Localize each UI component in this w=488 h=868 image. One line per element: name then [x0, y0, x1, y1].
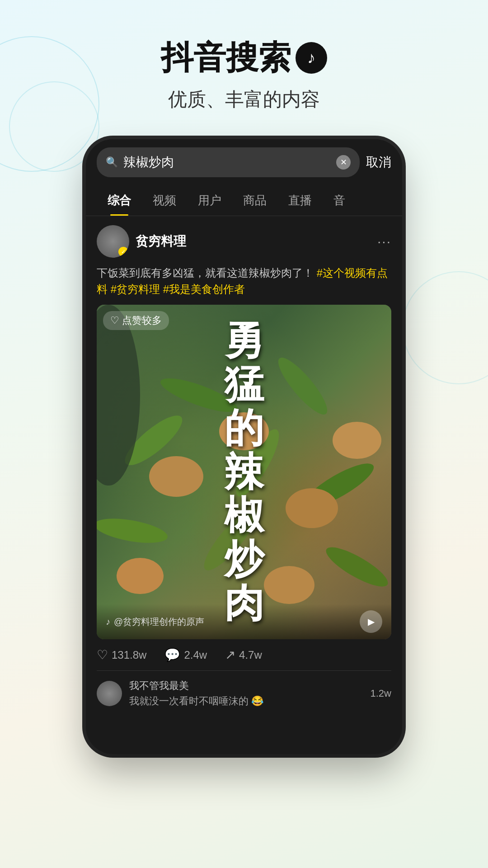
search-content: ✓ 贫穷料理 ··· 下饭菜到底有多凶猛，就看这道辣椒炒肉了！ #这个视频有点料…	[86, 216, 402, 725]
share-icon: ↗	[225, 647, 235, 662]
commenter-avatar	[97, 681, 122, 706]
comment-like-count: 1.2w	[371, 688, 391, 699]
svg-point-10	[286, 488, 338, 528]
comment-count: 2.4w	[184, 649, 207, 661]
more-options-icon[interactable]: ···	[377, 234, 391, 249]
author-avatar: ✓	[97, 225, 129, 258]
svg-point-5	[97, 514, 169, 547]
video-title-overlay: 勇猛的辣椒炒肉	[215, 310, 273, 634]
comment-content: 我不管我最美 我就没一次看时不咽唾沫的 😂	[129, 679, 363, 708]
like-badge: ♡ 点赞较多	[103, 311, 169, 330]
like-count: 131.8w	[112, 649, 146, 661]
search-cancel-button[interactable]: 取消	[366, 154, 391, 171]
search-clear-button[interactable]: ✕	[336, 155, 351, 170]
commenter-name: 我不管我最美	[129, 679, 363, 693]
search-input-wrap[interactable]: 🔍 辣椒炒肉 ✕	[97, 147, 360, 177]
header: 抖音搜索 ♪ 优质、丰富的内容	[0, 0, 488, 112]
search-bar: 🔍 辣椒炒肉 ✕ 取消	[86, 139, 402, 185]
header-subtitle: 优质、丰富的内容	[0, 87, 488, 112]
video-thumbnail[interactable]: ♡ 点赞较多	[97, 305, 391, 639]
like-badge-text: 点赞较多	[122, 314, 162, 327]
logo-symbol: ♪	[307, 48, 315, 67]
post-description: 下饭菜到底有多凶猛，就看这道辣椒炒肉了！ #这个视频有点料 #贫穷料理 #我是美…	[97, 265, 391, 297]
phone-wrapper: 🔍 辣椒炒肉 ✕ 取消 综合 视频 用户 商品 直播 音	[0, 139, 488, 754]
author-name[interactable]: 贫穷料理	[136, 233, 371, 250]
tab-音[interactable]: 音	[323, 185, 356, 216]
tab-视频[interactable]: 视频	[142, 185, 187, 216]
author-row: ✓ 贫穷料理 ···	[97, 225, 391, 258]
stat-likes[interactable]: ♡ 131.8w	[97, 647, 146, 662]
stat-comments[interactable]: 💬 2.4w	[164, 647, 207, 662]
desc-text: 下饭菜到底有多凶猛，就看这道辣椒炒肉了！	[97, 267, 314, 279]
heart-icon: ♡	[110, 315, 119, 326]
tiktok-logo-icon: ♪	[296, 42, 327, 74]
phone-mockup: 🔍 辣椒炒肉 ✕ 取消 综合 视频 用户 商品 直播 音	[86, 139, 402, 754]
search-tabs: 综合 视频 用户 商品 直播 音	[86, 185, 402, 216]
search-icon: 🔍	[106, 156, 118, 168]
like-icon: ♡	[97, 647, 108, 662]
tab-综合[interactable]: 综合	[97, 185, 142, 216]
stats-row: ♡ 131.8w 💬 2.4w ↗ 4.7w	[97, 639, 391, 671]
svg-point-13	[333, 422, 381, 459]
share-count: 4.7w	[239, 649, 262, 661]
svg-point-7	[321, 541, 391, 593]
svg-point-3	[272, 352, 334, 420]
video-background: 勇猛的辣椒炒肉	[97, 305, 391, 639]
svg-point-11	[117, 558, 164, 594]
tab-商品[interactable]: 商品	[232, 185, 277, 216]
stat-shares[interactable]: ↗ 4.7w	[225, 647, 262, 662]
search-query: 辣椒炒肉	[123, 154, 331, 171]
comment-text: 我就没一次看时不咽唾沫的 😂	[129, 694, 363, 708]
verified-badge-icon: ✓	[118, 247, 128, 257]
app-title: 抖音搜索 ♪	[0, 36, 488, 80]
comment-icon: 💬	[164, 647, 180, 662]
title-text: 抖音搜索	[161, 36, 291, 80]
tab-用户[interactable]: 用户	[187, 185, 232, 216]
svg-point-8	[149, 456, 203, 497]
comment-preview: 我不管我最美 我就没一次看时不咽唾沫的 😂 1.2w	[97, 671, 391, 716]
tab-直播[interactable]: 直播	[277, 185, 323, 216]
